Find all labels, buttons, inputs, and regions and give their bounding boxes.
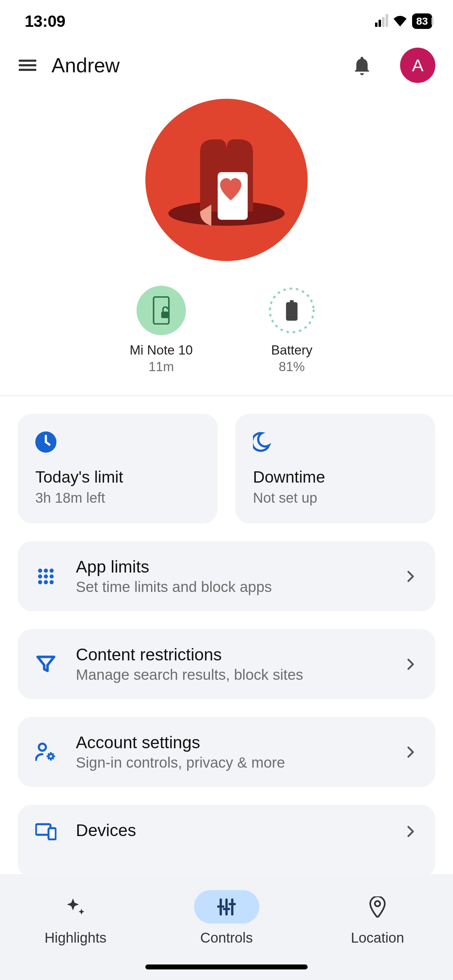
sliders-icon: [217, 897, 236, 917]
svg-point-19: [50, 580, 54, 584]
downtime-tile[interactable]: Downtime Not set up: [235, 414, 436, 523]
svg-point-17: [38, 580, 42, 584]
nav-controls[interactable]: Controls: [152, 890, 301, 946]
home-indicator[interactable]: [145, 964, 308, 969]
devices-title: Devices: [76, 821, 384, 840]
svg-point-21: [49, 754, 53, 759]
account-title: Account settings: [76, 733, 384, 752]
nav-location-label: Location: [351, 930, 404, 946]
svg-point-12: [44, 568, 48, 573]
profile-illustration: [145, 99, 308, 261]
bottom-nav: Highlights Controls Location: [0, 874, 453, 980]
person-settings-icon: [35, 741, 56, 763]
device-last-seen: 11m: [149, 360, 174, 374]
hamburger-icon: [19, 58, 37, 72]
account-settings-row[interactable]: Account settings Sign-in controls, priva…: [17, 717, 436, 787]
svg-point-18: [44, 580, 48, 584]
battery-tip-icon: [431, 18, 434, 25]
bell-icon: [353, 56, 371, 75]
phone-unlocked-icon: [153, 296, 170, 325]
svg-line-28: [48, 758, 49, 759]
status-right: 83: [375, 13, 434, 29]
location-pin-icon: [369, 896, 386, 918]
battery-percent: 81%: [279, 360, 305, 374]
devices-row[interactable]: Devices: [17, 805, 436, 874]
svg-point-16: [50, 574, 54, 579]
tiles-row: Today's limit 3h 18m left Downtime Not s…: [17, 414, 436, 523]
nav-controls-label: Controls: [200, 930, 253, 946]
svg-line-27: [52, 758, 54, 759]
signal-icon: [375, 16, 388, 27]
svg-rect-31: [49, 828, 56, 839]
status-row: Mi Note 10 11m Battery 81%: [126, 286, 327, 374]
status-bar: 13:09 83: [0, 0, 453, 42]
today-limit-tile[interactable]: Today's limit 3h 18m left: [17, 414, 218, 523]
svg-rect-5: [153, 297, 168, 324]
content-title: Content restrictions: [76, 645, 384, 664]
chevron-right-icon: [404, 745, 418, 759]
svg-point-14: [38, 574, 42, 579]
today-limit-sub: 3h 18m left: [35, 490, 200, 506]
battery-status[interactable]: Battery 81%: [256, 286, 327, 374]
battery-bubble: [267, 286, 316, 335]
today-limit-title: Today's limit: [35, 468, 200, 487]
chevron-right-icon: [404, 657, 418, 671]
notifications-button[interactable]: [352, 56, 372, 75]
app-limits-row[interactable]: App limits Set time limits and block app…: [17, 541, 436, 611]
downtime-sub: Not set up: [253, 490, 418, 506]
status-time: 13:09: [25, 12, 65, 31]
svg-point-11: [38, 568, 42, 573]
wifi-icon: [393, 16, 407, 27]
app-limits-sub: Set time limits and block apps: [76, 579, 384, 595]
content-restrictions-row[interactable]: Content restrictions Manage search resul…: [17, 629, 436, 699]
moon-icon: [253, 431, 274, 453]
chevron-right-icon: [404, 824, 418, 838]
page-title: Andrew: [51, 54, 338, 77]
app-bar: Andrew A: [0, 42, 453, 88]
nav-highlights-label: Highlights: [45, 930, 106, 946]
battery-level: 83: [412, 13, 432, 29]
content-sub: Manage search results, block sites: [76, 667, 384, 683]
avatar[interactable]: A: [400, 48, 436, 83]
grid-icon: [35, 566, 56, 587]
account-sub: Sign-in controls, privacy & more: [76, 754, 384, 771]
downtime-title: Downtime: [253, 468, 418, 487]
svg-line-26: [48, 754, 49, 754]
app-limits-title: App limits: [76, 557, 384, 576]
avatar-initial: A: [412, 56, 424, 75]
battery-label: Battery: [271, 343, 312, 358]
svg-rect-2: [19, 69, 37, 71]
chevron-right-icon: [404, 570, 418, 584]
svg-point-15: [44, 574, 48, 579]
nav-location[interactable]: Location: [303, 890, 452, 946]
svg-rect-6: [161, 312, 169, 318]
svg-point-20: [39, 744, 46, 751]
device-bubble: [137, 286, 186, 335]
filter-icon: [35, 654, 56, 675]
device-name: Mi Note 10: [130, 343, 193, 358]
nav-highlights[interactable]: Highlights: [1, 890, 150, 946]
device-status[interactable]: Mi Note 10 11m: [126, 286, 197, 374]
clock-icon: [35, 431, 56, 453]
hero: Mi Note 10 11m Battery 81%: [0, 88, 453, 395]
svg-point-13: [50, 568, 54, 573]
svg-rect-0: [19, 60, 37, 62]
hat-icon: [168, 134, 285, 226]
sparkle-icon: [65, 897, 86, 917]
devices-icon: [35, 821, 56, 842]
menu-button[interactable]: [17, 56, 37, 75]
cards-area: Today's limit 3h 18m left Downtime Not s…: [0, 396, 453, 874]
svg-line-29: [52, 754, 54, 754]
svg-point-7: [270, 289, 314, 332]
svg-rect-1: [19, 64, 37, 66]
